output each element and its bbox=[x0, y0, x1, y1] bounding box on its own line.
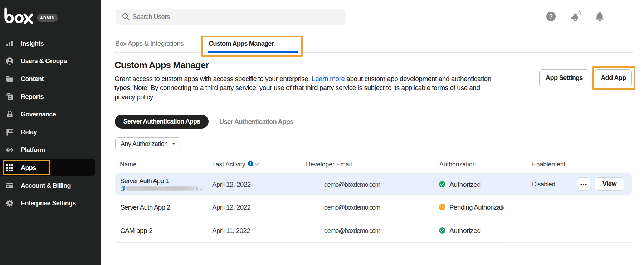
svg-text:?: ? bbox=[549, 13, 553, 20]
